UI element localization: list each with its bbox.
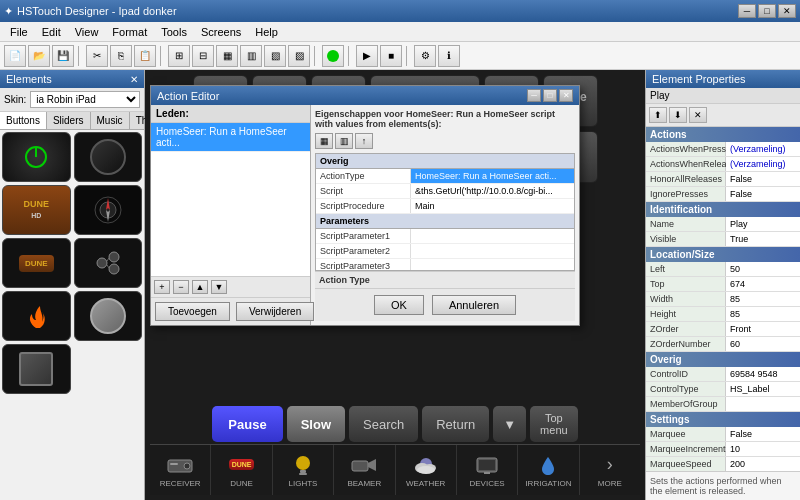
menu-edit[interactable]: Edit: [36, 24, 67, 40]
leden-remove[interactable]: −: [173, 280, 189, 294]
element-dune1[interactable]: DUNEHD: [2, 185, 71, 235]
toolbar-settings[interactable]: ⚙: [414, 45, 436, 67]
close-button[interactable]: ✕: [778, 4, 796, 18]
tree-value-param1[interactable]: [411, 229, 574, 243]
toolbar-copy[interactable]: ⎘: [110, 45, 132, 67]
maximize-button[interactable]: □: [758, 4, 776, 18]
toolbar-grid[interactable]: ⊞: [168, 45, 190, 67]
prop-value-memberofgroup[interactable]: [726, 397, 800, 411]
right-tool1[interactable]: ▦: [315, 133, 333, 149]
menu-file[interactable]: File: [4, 24, 34, 40]
leden-up[interactable]: ▲: [192, 280, 208, 294]
element-dark1[interactable]: [74, 132, 143, 182]
leden-down[interactable]: ▼: [211, 280, 227, 294]
toolbar-stop[interactable]: ■: [380, 45, 402, 67]
element-nodes[interactable]: [74, 238, 143, 288]
button-slow[interactable]: Slow: [287, 406, 345, 442]
props-btn-3[interactable]: ✕: [689, 107, 707, 123]
prop-value-marqueespeed[interactable]: 200: [726, 457, 800, 471]
tree-section-params[interactable]: Parameters: [316, 214, 574, 229]
icon-devices[interactable]: DEVICES: [457, 445, 518, 495]
dialog-maximize[interactable]: □: [543, 89, 557, 102]
tree-value-param3[interactable]: [411, 259, 574, 271]
tree-row-param3[interactable]: ScriptParameter3: [316, 259, 574, 271]
section-overig[interactable]: Overig: [646, 352, 800, 367]
dialog-minimize[interactable]: ─: [527, 89, 541, 102]
element-power[interactable]: [2, 132, 71, 182]
section-settings[interactable]: Settings: [646, 412, 800, 427]
tree-row-scriptproc[interactable]: ScriptProcedure Main: [316, 199, 574, 214]
button-arrow-down[interactable]: ▼: [493, 406, 526, 442]
toolbar-open[interactable]: 📂: [28, 45, 50, 67]
icon-dune[interactable]: DUNE DUNE: [211, 445, 272, 495]
button-return[interactable]: Return: [422, 406, 489, 442]
element-flame[interactable]: [2, 291, 71, 341]
icon-more[interactable]: › MORE: [580, 445, 640, 495]
toolbar-grid2[interactable]: ⊟: [192, 45, 214, 67]
tree-row-param2[interactable]: ScriptParameter2: [316, 244, 574, 259]
toolbar-play[interactable]: ▶: [356, 45, 378, 67]
prop-value-zordernumber[interactable]: 60: [726, 337, 800, 351]
menu-screens[interactable]: Screens: [195, 24, 247, 40]
prop-value-height[interactable]: 85: [726, 307, 800, 321]
icon-weather[interactable]: WEATHER: [396, 445, 457, 495]
prop-value-left[interactable]: 50: [726, 262, 800, 276]
element-circle-button[interactable]: [74, 291, 143, 341]
prop-value-controlid[interactable]: 69584 9548: [726, 367, 800, 381]
toolbar-green-circle[interactable]: [322, 45, 344, 67]
icon-beamer[interactable]: BEAMER: [334, 445, 395, 495]
button-top-menu[interactable]: Topmenu: [530, 406, 578, 442]
toolbar-cut[interactable]: ✂: [86, 45, 108, 67]
verwijderen-button[interactable]: Verwijderen: [236, 302, 314, 321]
props-btn-1[interactable]: ⬆: [649, 107, 667, 123]
ok-button[interactable]: OK: [374, 295, 424, 315]
prop-value-marquee[interactable]: False: [726, 427, 800, 441]
element-square-button[interactable]: [2, 344, 71, 394]
tab-buttons[interactable]: Buttons: [0, 112, 47, 129]
menu-format[interactable]: Format: [106, 24, 153, 40]
menu-help[interactable]: Help: [249, 24, 284, 40]
section-actions[interactable]: Actions: [646, 127, 800, 142]
toolbar-align2[interactable]: ▥: [240, 45, 262, 67]
right-tool2[interactable]: ▥: [335, 133, 353, 149]
prop-value-marqueeinc[interactable]: 10: [726, 442, 800, 456]
element-compass[interactable]: [74, 185, 143, 235]
right-tool3[interactable]: ↑: [355, 133, 373, 149]
titlebar-controls[interactable]: ─ □ ✕: [738, 4, 796, 18]
tree-row-script[interactable]: Script &ths.GetUrl('http://10.0.0.8/cgi-…: [316, 184, 574, 199]
prop-value-zorder[interactable]: Front: [726, 322, 800, 336]
prop-value-width[interactable]: 85: [726, 292, 800, 306]
prop-value-actionswhenreleas[interactable]: (Verzameling): [726, 157, 800, 171]
leden-add[interactable]: +: [154, 280, 170, 294]
prop-value-controltype[interactable]: HS_Label: [726, 382, 800, 396]
toolbar-align3[interactable]: ▧: [264, 45, 286, 67]
annuleren-button[interactable]: Annuleren: [432, 295, 516, 315]
dialog-close[interactable]: ✕: [559, 89, 573, 102]
props-btn-2[interactable]: ⬇: [669, 107, 687, 123]
toolbar-save[interactable]: 💾: [52, 45, 74, 67]
element-dune2[interactable]: DUNE: [2, 238, 71, 288]
menu-view[interactable]: View: [69, 24, 105, 40]
tab-sliders[interactable]: Sliders: [47, 112, 91, 129]
elements-close[interactable]: ✕: [130, 74, 138, 85]
minimize-button[interactable]: ─: [738, 4, 756, 18]
toolbar-align[interactable]: ▦: [216, 45, 238, 67]
skin-dropdown[interactable]: ia Robin iPad: [30, 91, 140, 108]
prop-value-visible[interactable]: True: [726, 232, 800, 246]
toolbar-new[interactable]: 📄: [4, 45, 26, 67]
prop-value-name[interactable]: Play: [726, 217, 800, 231]
button-pause[interactable]: Pause: [212, 406, 282, 442]
section-locationsize[interactable]: Location/Size: [646, 247, 800, 262]
prop-value-honorallreleases[interactable]: False: [726, 172, 800, 186]
toolbar-align4[interactable]: ▨: [288, 45, 310, 67]
menu-tools[interactable]: Tools: [155, 24, 193, 40]
prop-value-ignorepresses[interactable]: False: [726, 187, 800, 201]
tree-row-actiontype[interactable]: ActionType HomeSeer: Run a HomeSeer acti…: [316, 169, 574, 184]
prop-value-top[interactable]: 674: [726, 277, 800, 291]
tree-row-param1[interactable]: ScriptParameter1: [316, 229, 574, 244]
icon-lights[interactable]: LIGHTS: [273, 445, 334, 495]
button-search[interactable]: Search: [349, 406, 418, 442]
canvas-area[interactable]: 4ghi 5jkl 6mno URL2nd audio Repeat Angle…: [145, 70, 645, 500]
tree-value-scriptproc[interactable]: Main: [411, 199, 574, 213]
toolbar-info[interactable]: ℹ: [438, 45, 460, 67]
